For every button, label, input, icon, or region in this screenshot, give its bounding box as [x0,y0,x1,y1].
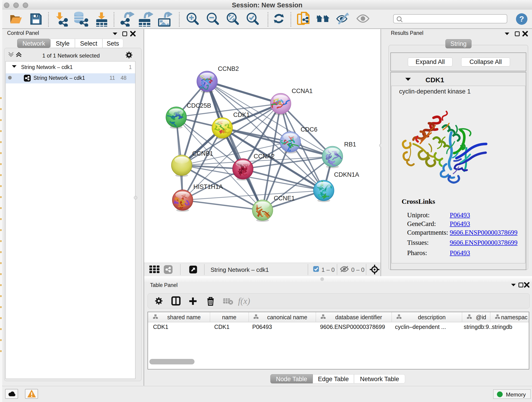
svg-text:CDC25B: CDC25B [187,102,211,109]
svg-text:CCNA2: CCNA2 [254,153,275,160]
svg-text:?: ? [519,14,524,23]
svg-text:RB1: RB1 [344,141,356,148]
svg-text:CDC6: CDC6 [301,126,317,133]
svg-text:CCNE1: CCNE1 [274,195,295,202]
svg-text:CDKN1A: CDKN1A [334,171,359,178]
svg-text:CCNB1: CCNB1 [192,150,213,157]
svg-text:CDK1: CDK1 [233,111,250,118]
svg-text:CCNB2: CCNB2 [218,65,239,72]
svg-text:CCNA1: CCNA1 [292,88,313,95]
svg-text:HIST1H1A: HIST1H1A [193,183,223,190]
